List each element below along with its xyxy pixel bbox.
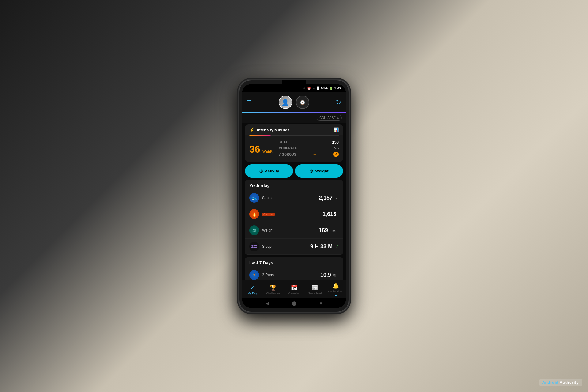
- chart-icon[interactable]: 📊: [334, 127, 339, 132]
- vigorous-value: --: [313, 152, 316, 157]
- calories-value: 1,613: [322, 211, 336, 217]
- calories-row[interactable]: 🔥 Calories 1,613: [245, 206, 343, 222]
- runs-value: 10.9 MI: [320, 272, 336, 278]
- weight-label: Weight: [262, 228, 319, 232]
- phone-frame: ☄ ⏰ ▲ ▉ 53% 🔋 3:42 ☰ �: [239, 80, 349, 312]
- yesterday-section: Yesterday 👟 Steps 2,157 ✓ 🔥 Ca: [245, 180, 343, 255]
- runs-label: 3 Runs: [262, 273, 320, 277]
- weight-row[interactable]: ⚖ Weight 169 LBS: [245, 222, 343, 239]
- my-day-label: My Day: [248, 292, 257, 295]
- action-buttons: ⊕ Activity ⊕ Weight: [245, 164, 343, 178]
- phone-screen: ☄ ⏰ ▲ ▉ 53% 🔋 3:42 ☰ �: [242, 84, 346, 308]
- runs-row[interactable]: 🏃 3 Runs 10.9 MI: [245, 267, 343, 280]
- device-icon[interactable]: ⌚: [296, 96, 309, 109]
- intensity-title: Intensity Minutes: [257, 128, 289, 132]
- notifications-icon: 🔔: [332, 282, 339, 289]
- scene-container: ☄ ⏰ ▲ ▉ 53% 🔋 3:42 ☰ �: [217, 46, 371, 346]
- bottom-nav: ✓ My Day 🏆 Challenges 📅 Calendar 📰 News …: [242, 280, 346, 298]
- avatar[interactable]: 👤: [279, 96, 292, 109]
- intensity-stats: 36 /WEEK GOAL 150 MODERATE: [245, 136, 343, 162]
- intensity-stats-table: GOAL 150 MODERATE 36 VIGOROUS --: [279, 140, 339, 158]
- calories-badge: Calories: [262, 213, 275, 216]
- watermark-text: Android: [542, 380, 559, 385]
- last7days-section: Last 7 Days 🏃 3 Runs 10.9 MI: [245, 257, 343, 280]
- weight-label: Weight: [315, 169, 328, 173]
- battery-text: 53%: [321, 86, 328, 90]
- android-nav: ◀ ⬤ ■: [242, 298, 346, 308]
- back-button[interactable]: ◀: [266, 301, 269, 306]
- weight-unit: LBS: [330, 229, 336, 233]
- collapse-chevron-icon: ∧: [337, 116, 339, 119]
- battery-icon: 🔋: [329, 87, 333, 90]
- goal-stat-row: GOAL 150: [279, 140, 339, 145]
- intensity-big-number: 36: [249, 144, 260, 155]
- wifi-icon: ▲: [312, 87, 315, 90]
- intensity-card-header: ⚡ Intensity Minutes 📊: [245, 124, 343, 135]
- activity-label: Activity: [265, 169, 279, 173]
- intensity-icon: ⚡: [249, 127, 254, 132]
- activity-button[interactable]: ⊕ Activity: [245, 164, 293, 178]
- scroll-area[interactable]: COLLAPSE ∧ ⚡ Intensity Minutes 📊: [242, 113, 346, 280]
- avatar-container: 👤 ⌚: [279, 96, 309, 109]
- weight-icon: ⚖: [249, 225, 259, 235]
- collapse-button[interactable]: COLLAPSE ∧: [317, 115, 342, 121]
- alarm-icon: ⏰: [307, 87, 311, 90]
- my-day-icon: ✓: [250, 284, 255, 291]
- weight-button[interactable]: ⊕ Weight: [295, 164, 343, 178]
- intensity-card: ⚡ Intensity Minutes 📊 36 /: [245, 124, 343, 162]
- sleep-row[interactable]: ZZZ Sleep 9 H 33 M ✓: [245, 239, 343, 255]
- calendar-icon: 📅: [291, 284, 297, 291]
- collapse-bar: COLLAPSE ∧: [242, 113, 346, 123]
- nav-item-news-feed[interactable]: 📰 News Feed: [304, 284, 325, 295]
- activity-plus-icon: ⊕: [259, 168, 263, 174]
- goal-label: GOAL: [279, 141, 288, 144]
- nav-item-calendar[interactable]: 📅 Calendar: [284, 284, 304, 295]
- calendar-label: Calendar: [288, 292, 300, 295]
- steps-value: 2,157: [319, 195, 333, 201]
- nav-item-challenges[interactable]: 🏆 Challenges: [263, 284, 284, 295]
- notifications-label: Notifications: [328, 290, 343, 293]
- challenges-label: Challenges: [266, 292, 280, 295]
- vigorous-label: VIGOROUS: [279, 153, 296, 156]
- goal-value: 150: [332, 140, 339, 145]
- steps-check-icon: ✓: [335, 195, 339, 200]
- challenges-icon: 🏆: [270, 284, 277, 291]
- per-week-label: /WEEK: [262, 149, 272, 153]
- top-nav: ☰ 👤 ⌚ ↻: [242, 92, 346, 112]
- nav-item-my-day[interactable]: ✓ My Day: [242, 284, 263, 295]
- runs-unit: MI: [333, 274, 336, 277]
- avatar-image: 👤: [279, 96, 292, 108]
- weight-plus-icon: ⊕: [309, 168, 313, 174]
- sleep-value: 9 H 33 M: [310, 243, 333, 250]
- calories-icon: 🔥: [249, 209, 259, 219]
- watermark: Android Authority: [539, 379, 582, 386]
- app-content: ☰ 👤 ⌚ ↻: [242, 92, 346, 308]
- sleep-icon: ZZZ: [249, 242, 259, 251]
- news-feed-icon: 📰: [311, 284, 318, 291]
- moderate-stat-row: MODERATE 36: [279, 146, 339, 150]
- steps-row[interactable]: 👟 Steps 2,157 ✓: [245, 190, 343, 206]
- notifications-dot: [335, 295, 337, 296]
- status-icons: ☄ ⏰ ▲ ▉ 53% 🔋 3:42: [303, 86, 341, 90]
- time-text: 3:42: [334, 86, 341, 90]
- runs-icon: 🏃: [249, 270, 259, 280]
- sleep-check-icon: ✓: [335, 244, 339, 249]
- steps-icon: 👟: [249, 193, 259, 203]
- moderate-label: MODERATE: [279, 146, 297, 150]
- hamburger-icon[interactable]: ☰: [247, 99, 252, 106]
- signal-icon: ▉: [317, 87, 319, 90]
- recents-button[interactable]: ■: [320, 301, 322, 306]
- steps-label: Steps: [262, 196, 319, 200]
- calories-label: Calories: [262, 212, 322, 216]
- big-number-container: 36 /WEEK: [249, 144, 273, 154]
- phone-notch: [282, 80, 306, 86]
- weight-value: 169 LBS: [319, 227, 336, 234]
- sleep-label: Sleep: [262, 244, 310, 249]
- last7days-heading: Last 7 Days: [245, 257, 343, 267]
- home-button[interactable]: ⬤: [292, 301, 297, 306]
- refresh-icon[interactable]: ↻: [336, 99, 341, 106]
- vigorous-stat-row: VIGOROUS -- x2: [279, 152, 339, 157]
- bluetooth-icon: ☄: [303, 87, 306, 90]
- nav-item-notifications[interactable]: 🔔 Notifications: [325, 282, 346, 296]
- intensity-title-row: ⚡ Intensity Minutes: [249, 127, 289, 132]
